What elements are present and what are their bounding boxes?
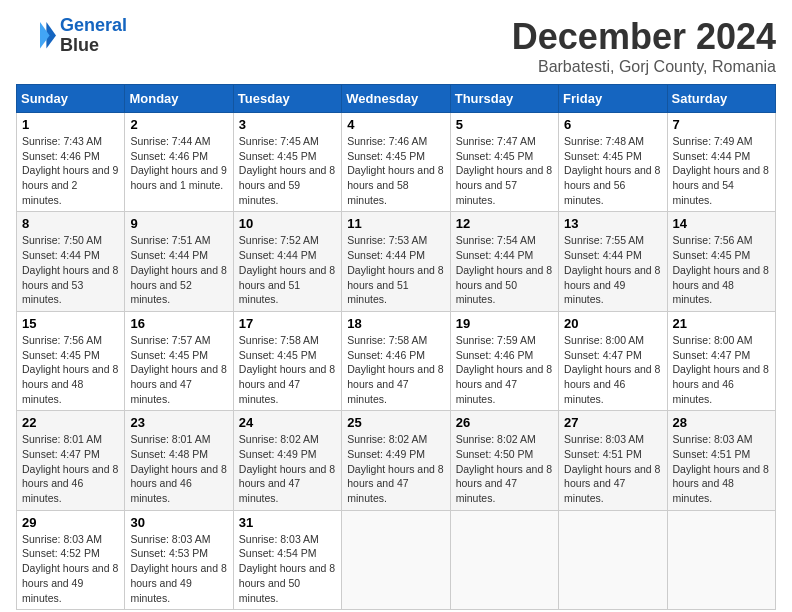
day-number: 7	[673, 117, 770, 132]
calendar-cell	[667, 510, 775, 609]
day-info: Sunrise: 7:44 AM Sunset: 4:46 PM Dayligh…	[130, 134, 227, 193]
day-info: Sunrise: 8:03 AM Sunset: 4:54 PM Dayligh…	[239, 532, 336, 605]
day-number: 14	[673, 216, 770, 231]
day-number: 9	[130, 216, 227, 231]
week-row-2: 8 Sunrise: 7:50 AM Sunset: 4:44 PM Dayli…	[17, 212, 776, 311]
dow-thursday: Thursday	[450, 85, 558, 113]
day-info: Sunrise: 8:02 AM Sunset: 4:49 PM Dayligh…	[239, 432, 336, 505]
day-number: 29	[22, 515, 119, 530]
calendar-cell	[450, 510, 558, 609]
day-info: Sunrise: 8:00 AM Sunset: 4:47 PM Dayligh…	[673, 333, 770, 406]
dow-tuesday: Tuesday	[233, 85, 341, 113]
day-number: 11	[347, 216, 444, 231]
calendar-cell: 11 Sunrise: 7:53 AM Sunset: 4:44 PM Dayl…	[342, 212, 450, 311]
day-info: Sunrise: 7:53 AM Sunset: 4:44 PM Dayligh…	[347, 233, 444, 306]
calendar-cell: 25 Sunrise: 8:02 AM Sunset: 4:49 PM Dayl…	[342, 411, 450, 510]
dow-sunday: Sunday	[17, 85, 125, 113]
calendar-cell: 15 Sunrise: 7:56 AM Sunset: 4:45 PM Dayl…	[17, 311, 125, 410]
calendar-cell: 28 Sunrise: 8:03 AM Sunset: 4:51 PM Dayl…	[667, 411, 775, 510]
day-info: Sunrise: 7:43 AM Sunset: 4:46 PM Dayligh…	[22, 134, 119, 207]
day-info: Sunrise: 7:56 AM Sunset: 4:45 PM Dayligh…	[22, 333, 119, 406]
calendar-cell: 22 Sunrise: 8:01 AM Sunset: 4:47 PM Dayl…	[17, 411, 125, 510]
day-number: 19	[456, 316, 553, 331]
day-number: 10	[239, 216, 336, 231]
calendar-cell: 29 Sunrise: 8:03 AM Sunset: 4:52 PM Dayl…	[17, 510, 125, 609]
day-info: Sunrise: 7:55 AM Sunset: 4:44 PM Dayligh…	[564, 233, 661, 306]
month-title: December 2024	[512, 16, 776, 58]
day-info: Sunrise: 7:49 AM Sunset: 4:44 PM Dayligh…	[673, 134, 770, 207]
calendar-cell: 19 Sunrise: 7:59 AM Sunset: 4:46 PM Dayl…	[450, 311, 558, 410]
title-area: December 2024 Barbatesti, Gorj County, R…	[512, 16, 776, 76]
week-row-3: 15 Sunrise: 7:56 AM Sunset: 4:45 PM Dayl…	[17, 311, 776, 410]
day-info: Sunrise: 7:47 AM Sunset: 4:45 PM Dayligh…	[456, 134, 553, 207]
header: General Blue December 2024 Barbatesti, G…	[16, 16, 776, 76]
calendar-cell: 23 Sunrise: 8:01 AM Sunset: 4:48 PM Dayl…	[125, 411, 233, 510]
calendar-cell: 6 Sunrise: 7:48 AM Sunset: 4:45 PM Dayli…	[559, 113, 667, 212]
day-number: 6	[564, 117, 661, 132]
day-info: Sunrise: 8:03 AM Sunset: 4:53 PM Dayligh…	[130, 532, 227, 605]
calendar-cell: 13 Sunrise: 7:55 AM Sunset: 4:44 PM Dayl…	[559, 212, 667, 311]
day-info: Sunrise: 8:01 AM Sunset: 4:47 PM Dayligh…	[22, 432, 119, 505]
day-info: Sunrise: 7:57 AM Sunset: 4:45 PM Dayligh…	[130, 333, 227, 406]
calendar-cell: 30 Sunrise: 8:03 AM Sunset: 4:53 PM Dayl…	[125, 510, 233, 609]
calendar-cell: 10 Sunrise: 7:52 AM Sunset: 4:44 PM Dayl…	[233, 212, 341, 311]
calendar-cell: 2 Sunrise: 7:44 AM Sunset: 4:46 PM Dayli…	[125, 113, 233, 212]
calendar-cell: 16 Sunrise: 7:57 AM Sunset: 4:45 PM Dayl…	[125, 311, 233, 410]
calendar-cell: 12 Sunrise: 7:54 AM Sunset: 4:44 PM Dayl…	[450, 212, 558, 311]
day-info: Sunrise: 8:03 AM Sunset: 4:52 PM Dayligh…	[22, 532, 119, 605]
day-number: 24	[239, 415, 336, 430]
day-of-week-header: SundayMondayTuesdayWednesdayThursdayFrid…	[17, 85, 776, 113]
logo: General Blue	[16, 16, 127, 56]
calendar-cell: 26 Sunrise: 8:02 AM Sunset: 4:50 PM Dayl…	[450, 411, 558, 510]
calendar-cell: 9 Sunrise: 7:51 AM Sunset: 4:44 PM Dayli…	[125, 212, 233, 311]
day-number: 1	[22, 117, 119, 132]
day-number: 30	[130, 515, 227, 530]
day-number: 4	[347, 117, 444, 132]
calendar-cell: 3 Sunrise: 7:45 AM Sunset: 4:45 PM Dayli…	[233, 113, 341, 212]
dow-wednesday: Wednesday	[342, 85, 450, 113]
day-info: Sunrise: 7:46 AM Sunset: 4:45 PM Dayligh…	[347, 134, 444, 207]
calendar-cell: 20 Sunrise: 8:00 AM Sunset: 4:47 PM Dayl…	[559, 311, 667, 410]
calendar-cell: 17 Sunrise: 7:58 AM Sunset: 4:45 PM Dayl…	[233, 311, 341, 410]
day-number: 31	[239, 515, 336, 530]
week-row-5: 29 Sunrise: 8:03 AM Sunset: 4:52 PM Dayl…	[17, 510, 776, 609]
calendar: SundayMondayTuesdayWednesdayThursdayFrid…	[16, 84, 776, 610]
day-info: Sunrise: 7:50 AM Sunset: 4:44 PM Dayligh…	[22, 233, 119, 306]
location-title: Barbatesti, Gorj County, Romania	[512, 58, 776, 76]
day-number: 13	[564, 216, 661, 231]
calendar-cell: 24 Sunrise: 8:02 AM Sunset: 4:49 PM Dayl…	[233, 411, 341, 510]
week-row-1: 1 Sunrise: 7:43 AM Sunset: 4:46 PM Dayli…	[17, 113, 776, 212]
day-info: Sunrise: 8:03 AM Sunset: 4:51 PM Dayligh…	[673, 432, 770, 505]
day-number: 5	[456, 117, 553, 132]
day-number: 12	[456, 216, 553, 231]
calendar-cell: 14 Sunrise: 7:56 AM Sunset: 4:45 PM Dayl…	[667, 212, 775, 311]
calendar-cell: 27 Sunrise: 8:03 AM Sunset: 4:51 PM Dayl…	[559, 411, 667, 510]
day-number: 21	[673, 316, 770, 331]
day-info: Sunrise: 7:54 AM Sunset: 4:44 PM Dayligh…	[456, 233, 553, 306]
calendar-cell: 4 Sunrise: 7:46 AM Sunset: 4:45 PM Dayli…	[342, 113, 450, 212]
day-info: Sunrise: 8:02 AM Sunset: 4:50 PM Dayligh…	[456, 432, 553, 505]
day-info: Sunrise: 7:56 AM Sunset: 4:45 PM Dayligh…	[673, 233, 770, 306]
day-number: 18	[347, 316, 444, 331]
week-row-4: 22 Sunrise: 8:01 AM Sunset: 4:47 PM Dayl…	[17, 411, 776, 510]
day-info: Sunrise: 8:02 AM Sunset: 4:49 PM Dayligh…	[347, 432, 444, 505]
day-info: Sunrise: 8:03 AM Sunset: 4:51 PM Dayligh…	[564, 432, 661, 505]
day-number: 3	[239, 117, 336, 132]
calendar-cell: 31 Sunrise: 8:03 AM Sunset: 4:54 PM Dayl…	[233, 510, 341, 609]
day-number: 22	[22, 415, 119, 430]
day-number: 28	[673, 415, 770, 430]
day-number: 15	[22, 316, 119, 331]
calendar-cell: 1 Sunrise: 7:43 AM Sunset: 4:46 PM Dayli…	[17, 113, 125, 212]
day-number: 20	[564, 316, 661, 331]
logo-text: General Blue	[60, 16, 127, 56]
day-number: 8	[22, 216, 119, 231]
dow-monday: Monday	[125, 85, 233, 113]
day-info: Sunrise: 8:01 AM Sunset: 4:48 PM Dayligh…	[130, 432, 227, 505]
calendar-cell	[559, 510, 667, 609]
day-number: 16	[130, 316, 227, 331]
day-number: 27	[564, 415, 661, 430]
day-info: Sunrise: 8:00 AM Sunset: 4:47 PM Dayligh…	[564, 333, 661, 406]
logo-icon	[16, 18, 56, 54]
day-info: Sunrise: 7:52 AM Sunset: 4:44 PM Dayligh…	[239, 233, 336, 306]
calendar-cell: 8 Sunrise: 7:50 AM Sunset: 4:44 PM Dayli…	[17, 212, 125, 311]
